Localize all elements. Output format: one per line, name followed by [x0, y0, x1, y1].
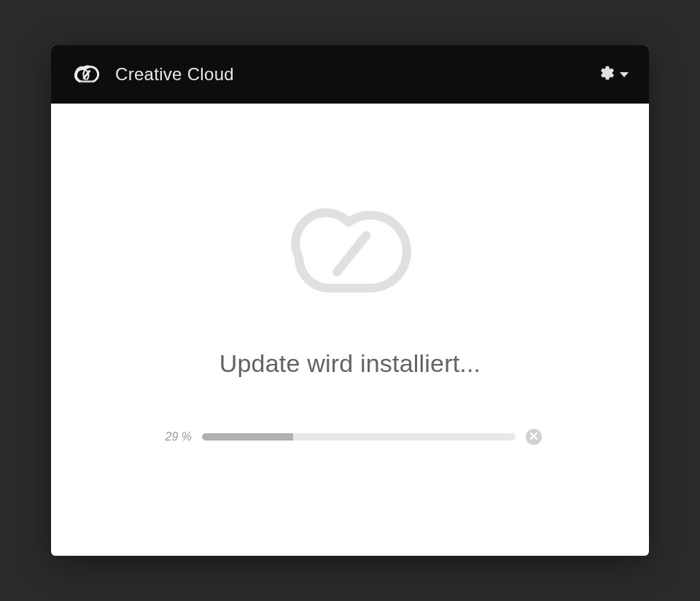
progress-bar — [202, 433, 516, 441]
settings-menu-button[interactable] — [599, 65, 629, 84]
creative-cloud-watermark-icon — [277, 201, 423, 306]
creative-cloud-logo-icon — [71, 59, 102, 90]
status-message: Update wird installiert... — [219, 349, 481, 378]
progress-bar-fill — [202, 433, 293, 441]
main-content: Update wird installiert... 29 % — [51, 104, 649, 556]
cancel-button[interactable] — [526, 429, 542, 445]
header-left: Creative Cloud — [71, 59, 234, 90]
app-title: Creative Cloud — [115, 64, 234, 85]
chevron-down-icon — [620, 72, 629, 77]
app-header: Creative Cloud — [51, 45, 649, 104]
progress-row: 29 % — [80, 429, 620, 445]
progress-percent-label: 29 % — [158, 430, 192, 443]
gear-icon — [599, 65, 615, 84]
svg-line-4 — [337, 236, 366, 272]
close-icon — [529, 430, 538, 443]
app-window: Creative Cloud Update wird installiert..… — [51, 45, 649, 556]
